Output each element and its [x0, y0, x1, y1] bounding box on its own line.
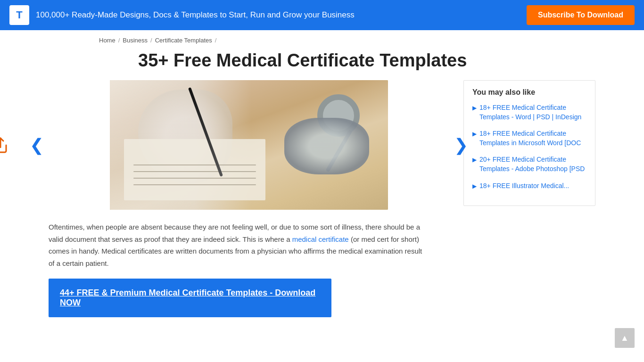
subscribe-button[interactable]: Subscribe To Download: [527, 5, 635, 25]
sidebar: You may also like ▶ 18+ FREE Medical Cer…: [463, 80, 595, 206]
you-may-also-like-panel: You may also like ▶ 18+ FREE Medical Cer…: [463, 80, 595, 206]
breadcrumb-business[interactable]: Business: [123, 37, 148, 44]
banner-tagline: 100,000+ Ready-Made Designs, Docs & Temp…: [36, 10, 355, 20]
share-icon-wrapper: [0, 137, 9, 154]
sidebar-links: ▶ 18+ FREE Medical Certificate Templates…: [472, 103, 586, 190]
line-2: [133, 171, 256, 172]
logo: T: [9, 5, 29, 25]
sidebar-arrow-icon: ▶: [472, 105, 477, 111]
article-body: Oftentimes, when people are absent becau…: [49, 221, 449, 317]
sidebar-link-item: ▶ 20+ FREE Medical Certificate Templates…: [472, 155, 586, 173]
line-4: [133, 184, 256, 185]
breadcrumb-sep-1: /: [118, 37, 120, 44]
sidebar-link-item: ▶ 18+ FREE Illustrator Medical...: [472, 181, 586, 191]
sidebar-link[interactable]: 18+ FREE Medical Certificate Templates i…: [479, 129, 586, 148]
main-layout: ❮: [49, 80, 595, 327]
paper-lines: [133, 165, 256, 191]
medical-certificate-link[interactable]: medical certificate: [292, 235, 349, 243]
sidebar-title: You may also like: [472, 88, 586, 97]
stethoscope-tube: [326, 130, 353, 173]
medical-image: [110, 80, 388, 210]
breadcrumb: Home / Business / Certificate Templates …: [0, 30, 644, 50]
sidebar-link-item: ▶ 18+ FREE Medical Certificate Templates…: [472, 129, 586, 148]
line-3: [133, 178, 256, 179]
share-icon[interactable]: [0, 137, 9, 154]
top-banner: T 100,000+ Ready-Made Designs, Docs & Te…: [0, 0, 644, 30]
sidebar-link[interactable]: 20+ FREE Medical Certificate Templates -…: [479, 155, 586, 173]
banner-left: T 100,000+ Ready-Made Designs, Docs & Te…: [9, 5, 355, 25]
sidebar-link[interactable]: 18+ FREE Medical Certificate Templates -…: [479, 103, 586, 122]
slider-image: [110, 80, 388, 210]
sidebar-arrow-icon: ▶: [472, 156, 477, 163]
stethoscope-head: [317, 94, 360, 137]
sidebar-link-item: ▶ 18+ FREE Medical Certificate Templates…: [472, 103, 586, 122]
page-title: 35+ Free Medical Certificate Templates: [49, 50, 595, 71]
next-arrow-button[interactable]: ❯: [449, 131, 473, 160]
sidebar-link[interactable]: 18+ FREE Illustrator Medical...: [479, 181, 569, 191]
sidebar-arrow-icon: ▶: [472, 183, 477, 189]
left-content: ❮: [49, 80, 449, 327]
breadcrumb-home[interactable]: Home: [99, 37, 116, 44]
sidebar-arrow-icon: ▶: [472, 131, 477, 137]
breadcrumb-category[interactable]: Certificate Templates: [155, 37, 212, 44]
cta-banner: 44+ FREE & Premium Medical Certificate T…: [49, 279, 331, 317]
image-slider: ❮: [49, 80, 449, 210]
page-container: 35+ Free Medical Certificate Templates ❮: [39, 50, 605, 346]
scroll-top-button[interactable]: ▲: [615, 328, 635, 346]
prev-arrow-button[interactable]: ❮: [25, 131, 49, 160]
article-text: Oftentimes, when people are absent becau…: [49, 221, 426, 269]
cta-link[interactable]: 44+ FREE & Premium Medical Certificate T…: [60, 288, 315, 307]
line-1: [133, 165, 256, 165]
breadcrumb-sep-2: /: [150, 37, 152, 44]
breadcrumb-sep-3: /: [215, 37, 217, 44]
